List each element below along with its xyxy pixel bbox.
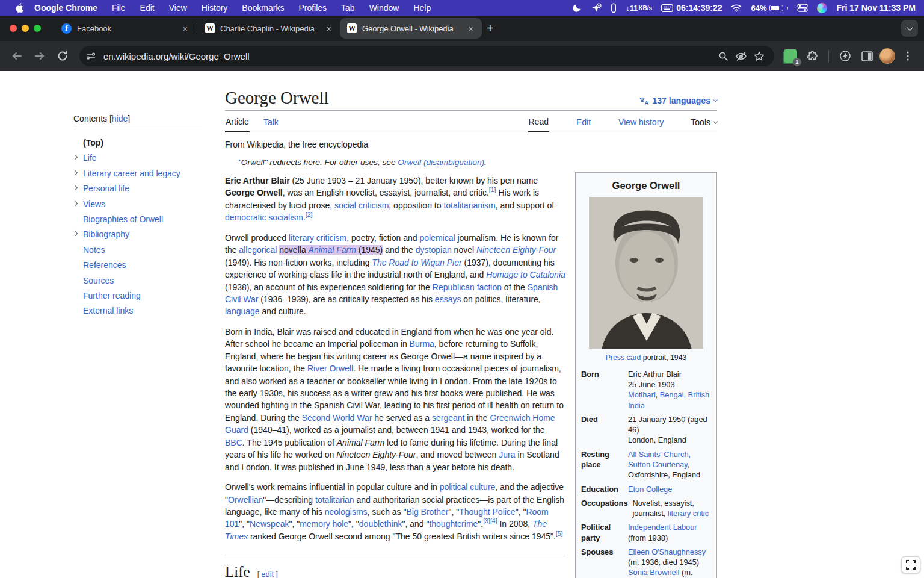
- address-bar[interactable]: en.wikipedia.org/wiki/George_Orwell: [79, 46, 774, 66]
- menu-clock[interactable]: Fri 17 Nov 11:33 PM: [836, 3, 916, 13]
- wiki-link[interactable]: essays: [435, 294, 461, 304]
- wiki-link[interactable]: Big Brother: [406, 507, 448, 517]
- wiki-link[interactable]: thoughtcrime: [429, 519, 478, 529]
- chevron-right-icon[interactable]: [73, 200, 78, 205]
- timer-status[interactable]: 06:14:39:22: [661, 3, 722, 13]
- wiki-link[interactable]: sergeant: [432, 413, 464, 423]
- site-settings-icon[interactable]: [83, 48, 99, 64]
- sidebar-item-notes[interactable]: Notes: [73, 243, 202, 258]
- wiki-link[interactable]: Press card: [606, 353, 641, 362]
- wiki-link[interactable]: Animal Farm: [309, 245, 356, 255]
- side-panel-icon[interactable]: [858, 47, 876, 65]
- control-center-icon[interactable]: [797, 4, 808, 12]
- wiki-link[interactable]: totalitarianism: [443, 200, 495, 210]
- tab-edit[interactable]: Edit: [576, 113, 591, 132]
- minimize-window-button[interactable]: [22, 25, 29, 32]
- wiki-link[interactable]: democratic socialism: [225, 213, 303, 222]
- wiki-link[interactable]: Sonia Brownell: [628, 568, 679, 577]
- wiki-link[interactable]: totalitarian: [315, 495, 354, 505]
- menu-help[interactable]: Help: [413, 3, 431, 13]
- browser-tab-2[interactable]: WCharlie Chaplin - Wikipedia×: [198, 19, 340, 37]
- tab-view-history[interactable]: View history: [618, 113, 664, 132]
- wiki-link[interactable]: polemical: [419, 233, 455, 243]
- sidebar-item-top[interactable]: (Top): [73, 135, 202, 151]
- wiki-link[interactable]: political culture: [440, 482, 496, 492]
- menu-window[interactable]: Window: [369, 3, 399, 13]
- sidebar-item-literary-career-and-legacy[interactable]: Literary career and legacy: [73, 166, 202, 181]
- menu-history[interactable]: History: [202, 3, 228, 13]
- wiki-link[interactable]: language: [225, 306, 260, 316]
- tab-search-button[interactable]: [901, 20, 918, 37]
- languages-button[interactable]: A 137 languages: [639, 96, 718, 105]
- bookmark-star-icon[interactable]: [750, 47, 768, 65]
- contents-hide-link[interactable]: hide: [112, 114, 128, 123]
- zoom-window-button[interactable]: [34, 25, 41, 32]
- wiki-link[interactable]: BBC: [225, 438, 242, 447]
- wiki-link[interactable]: [5]: [556, 530, 563, 537]
- tab-read[interactable]: Read: [528, 112, 549, 132]
- sidebar-item-life[interactable]: Life: [73, 151, 202, 166]
- tab-close-icon[interactable]: ×: [466, 23, 476, 34]
- wiki-link[interactable]: Nineteen Eighty-Four: [476, 245, 556, 255]
- sidebar-item-external-links[interactable]: External links: [73, 303, 202, 319]
- wiki-link[interactable]: Eileen O'Shaughnessy: [628, 547, 706, 556]
- paperclip-icon[interactable]: [611, 3, 617, 13]
- wiki-link[interactable]: Eton College: [628, 485, 672, 494]
- menu-app-name[interactable]: Google Chrome: [34, 3, 97, 13]
- menu-view[interactable]: View: [169, 3, 187, 13]
- menu-bookmarks[interactable]: Bookmarks: [242, 3, 284, 13]
- wiki-link[interactable]: neologisms: [325, 507, 368, 517]
- fullscreen-button[interactable]: [901, 556, 920, 573]
- url-text[interactable]: en.wikipedia.org/wiki/George_Orwell: [103, 51, 714, 61]
- chevron-right-icon[interactable]: [73, 170, 78, 175]
- wiki-link[interactable]: Second World War: [302, 413, 372, 423]
- wifi-icon[interactable]: [731, 4, 742, 12]
- extensions-puzzle-icon[interactable]: [803, 47, 821, 65]
- menu-file[interactable]: File: [112, 3, 126, 13]
- chevron-right-icon[interactable]: [73, 185, 78, 190]
- sidebar-item-bibliography[interactable]: Bibliography: [73, 227, 202, 242]
- edit-section-link[interactable]: [edit]: [257, 570, 278, 578]
- wiki-link[interactable]: Thought Police: [459, 507, 515, 517]
- battery-status[interactable]: 64%: [751, 4, 788, 13]
- back-button[interactable]: [7, 46, 26, 66]
- wiki-link[interactable]: Motihari: [628, 390, 656, 399]
- wiki-link[interactable]: Newspeak: [250, 519, 289, 529]
- wiki-link[interactable]: [1]: [489, 187, 496, 194]
- wiki-link[interactable]: Burma: [410, 339, 434, 349]
- wiki-link[interactable]: [2]: [306, 211, 313, 219]
- wiki-link[interactable]: River Orwell: [307, 364, 353, 373]
- wiki-link[interactable]: Jura: [499, 450, 515, 459]
- new-tab-button[interactable]: +: [487, 22, 494, 34]
- find-my-icon[interactable]: [591, 3, 602, 13]
- wiki-link[interactable]: Republican faction: [433, 282, 502, 292]
- wiki-link[interactable]: The Road to Wigan Pier: [372, 258, 461, 267]
- chevron-right-icon[interactable]: [73, 155, 78, 160]
- profile-avatar[interactable]: [879, 48, 895, 64]
- sidebar-item-views[interactable]: Views: [73, 197, 202, 212]
- siri-icon[interactable]: [817, 3, 827, 13]
- wiki-link[interactable]: All Saints' Church, Sutton Courtenay: [628, 450, 691, 469]
- tab-article[interactable]: Article: [225, 112, 250, 132]
- download-rate[interactable]: ↓11KB/s: [626, 4, 652, 13]
- hidden-eye-icon[interactable]: [732, 47, 750, 65]
- wiki-link[interactable]: Orwell (disambiguation): [398, 158, 484, 167]
- menu-tab[interactable]: Tab: [341, 3, 355, 13]
- chevron-right-icon[interactable]: [73, 231, 78, 236]
- close-window-button[interactable]: [10, 25, 17, 32]
- sidebar-item-personal-life[interactable]: Personal life: [73, 181, 202, 196]
- reload-button[interactable]: [53, 46, 72, 66]
- wiki-link[interactable]: [3][4]: [483, 518, 497, 525]
- energy-saver-icon[interactable]: [836, 47, 854, 65]
- wiki-link[interactable]: memory hole: [300, 519, 348, 529]
- wiki-link[interactable]: allegorical: [239, 245, 277, 255]
- sidebar-item-biographies-of-orwell[interactable]: Biographies of Orwell: [73, 212, 202, 227]
- wiki-link[interactable]: social criticism: [334, 200, 389, 210]
- browser-tab-1[interactable]: fFacebook×: [54, 19, 196, 37]
- wiki-link[interactable]: literary critic: [668, 509, 709, 518]
- sidebar-item-further-reading[interactable]: Further reading: [73, 288, 202, 303]
- wiki-link[interactable]: Homage to Catalonia: [486, 270, 565, 279]
- browser-menu-kebab-icon[interactable]: [899, 47, 917, 65]
- browser-tab-3[interactable]: WGeorge Orwell - Wikipedia×: [340, 18, 482, 39]
- wiki-link[interactable]: dystopian: [416, 245, 452, 255]
